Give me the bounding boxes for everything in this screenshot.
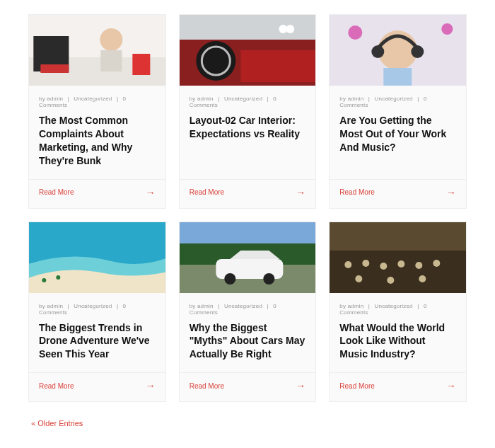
svg-point-33	[363, 260, 370, 267]
meta-category[interactable]: Uncategorized	[224, 96, 262, 102]
svg-point-32	[345, 261, 352, 268]
svg-rect-20	[384, 68, 412, 86]
svg-rect-5	[40, 64, 69, 73]
post-card: by admin | Uncategorized | 0 Comments Th…	[28, 222, 166, 403]
read-more-label: Read More	[39, 188, 74, 196]
post-card: by admin | Uncategorized | 0 Comments Wh…	[179, 222, 317, 403]
meta-separator: |	[368, 96, 370, 102]
svg-point-22	[42, 278, 46, 282]
meta-author[interactable]: admin	[197, 303, 214, 309]
read-more-link[interactable]: Read More →	[29, 372, 165, 401]
meta-category[interactable]: Uncategorized	[74, 96, 112, 102]
meta-by: by	[339, 303, 346, 309]
svg-point-35	[398, 260, 405, 268]
post-title[interactable]: Layout-02 Car Interior: Expectations vs …	[180, 114, 316, 179]
svg-rect-8	[180, 15, 316, 40]
meta-by: by	[39, 303, 45, 309]
svg-point-37	[433, 260, 441, 267]
post-meta: by admin | Uncategorized | 0 Comments	[330, 293, 466, 321]
read-more-label: Read More	[339, 188, 374, 196]
post-grid: by admin | Uncategorized | 0 Comments Th…	[28, 14, 467, 402]
read-more-link[interactable]: Read More →	[330, 179, 466, 208]
svg-point-36	[416, 262, 423, 269]
svg-point-38	[356, 275, 363, 282]
svg-rect-11	[240, 50, 315, 82]
arrow-right-icon: →	[146, 380, 156, 391]
post-meta: by admin | Uncategorized | 0 Comments	[330, 86, 466, 114]
meta-separator: |	[368, 303, 370, 309]
post-title[interactable]: The Most Common Complaints About Marketi…	[29, 114, 165, 179]
meta-author[interactable]: admin	[197, 96, 214, 102]
post-card: by admin | Uncategorized | 0 Comments Ar…	[329, 14, 467, 209]
post-thumbnail[interactable]	[330, 222, 466, 293]
post-card: by admin | Uncategorized | 0 Comments La…	[179, 14, 317, 209]
meta-separator: |	[218, 303, 219, 309]
read-more-link[interactable]: Read More →	[180, 179, 316, 208]
meta-category[interactable]: Uncategorized	[375, 96, 413, 102]
post-thumbnail[interactable]	[330, 15, 466, 86]
svg-point-19	[412, 45, 424, 58]
meta-by: by	[339, 96, 346, 102]
post-card: by admin | Uncategorized | 0 Comments Th…	[28, 14, 166, 209]
post-title[interactable]: What Would the World Look Like Without M…	[330, 321, 466, 373]
svg-point-28	[224, 273, 235, 285]
arrow-right-icon: →	[146, 187, 156, 198]
meta-separator: |	[267, 96, 269, 102]
post-thumbnail[interactable]	[29, 15, 165, 86]
svg-point-39	[388, 277, 395, 284]
svg-point-15	[349, 25, 363, 40]
meta-separator: |	[417, 96, 419, 102]
read-more-link[interactable]: Read More →	[330, 372, 466, 401]
meta-separator: |	[218, 96, 219, 102]
svg-point-13	[286, 25, 294, 33]
post-thumbnail[interactable]	[29, 222, 165, 293]
svg-point-29	[263, 273, 274, 285]
meta-separator: |	[267, 303, 269, 309]
meta-category[interactable]: Uncategorized	[74, 303, 112, 309]
post-thumbnail[interactable]	[180, 222, 316, 293]
meta-separator: |	[117, 303, 118, 309]
arrow-right-icon: →	[446, 380, 456, 391]
meta-category[interactable]: Uncategorized	[375, 303, 413, 309]
arrow-right-icon: →	[296, 380, 305, 391]
arrow-right-icon: →	[446, 187, 456, 198]
svg-rect-6	[132, 54, 150, 75]
older-entries-link[interactable]: « Older Entries	[28, 419, 467, 427]
meta-separator: |	[68, 96, 69, 102]
post-meta: by admin | Uncategorized | 0 Comments	[180, 293, 316, 321]
meta-author[interactable]: admin	[47, 96, 63, 102]
read-more-label: Read More	[190, 382, 224, 390]
post-meta: by admin | Uncategorized | 0 Comments	[29, 86, 165, 114]
read-more-label: Read More	[39, 382, 74, 390]
post-card: by admin | Uncategorized | 0 Comments Wh…	[329, 222, 467, 403]
meta-by: by	[39, 96, 45, 102]
meta-separator: |	[117, 96, 118, 102]
meta-author[interactable]: admin	[47, 303, 63, 309]
arrow-right-icon: →	[296, 187, 305, 198]
post-meta: by admin | Uncategorized | 0 Comments	[180, 86, 316, 114]
meta-author[interactable]: admin	[348, 303, 364, 309]
meta-separator: |	[417, 303, 419, 309]
read-more-label: Read More	[190, 188, 224, 196]
post-meta: by admin | Uncategorized | 0 Comments	[29, 293, 165, 321]
svg-point-40	[419, 275, 426, 282]
read-more-label: Read More	[339, 382, 374, 390]
svg-point-18	[372, 45, 385, 58]
post-title[interactable]: The Biggest Trends in Drone Adventure We…	[29, 321, 165, 373]
meta-separator: |	[68, 303, 69, 309]
svg-rect-4	[100, 50, 122, 71]
svg-point-23	[56, 275, 60, 280]
post-thumbnail[interactable]	[180, 15, 316, 86]
svg-point-16	[442, 23, 453, 35]
read-more-link[interactable]: Read More →	[180, 372, 316, 401]
meta-by: by	[190, 96, 196, 102]
meta-author[interactable]: admin	[348, 96, 364, 102]
svg-point-3	[100, 28, 122, 51]
svg-rect-31	[330, 222, 466, 251]
post-title[interactable]: Are You Getting the Most Out of Your Wor…	[330, 114, 466, 179]
post-title[interactable]: Why the Biggest "Myths" About Cars May A…	[180, 321, 316, 373]
svg-point-34	[380, 263, 388, 270]
meta-by: by	[190, 303, 196, 309]
read-more-link[interactable]: Read More →	[29, 179, 165, 208]
meta-category[interactable]: Uncategorized	[224, 303, 262, 309]
